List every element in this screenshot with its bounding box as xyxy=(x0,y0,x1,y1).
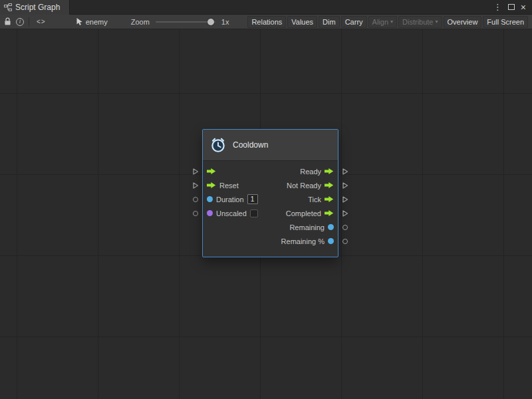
toolbar-buttons: RelationsValuesDimCarryAlign▾Distribute▾… xyxy=(247,16,528,28)
unscaled-checkbox[interactable] xyxy=(250,209,258,217)
value-port-socket[interactable] xyxy=(192,206,200,220)
flow-port-icon[interactable] xyxy=(325,209,334,217)
pointer-label: enemy xyxy=(86,18,108,26)
window-controls: ⋮ × xyxy=(493,3,532,12)
flow-port-socket[interactable] xyxy=(341,192,349,206)
output-port-label: Remaining xyxy=(289,223,325,231)
pointer-icon xyxy=(76,17,83,26)
node-title: Cooldown xyxy=(233,140,268,150)
input-port-label: Duration xyxy=(216,196,244,203)
graph-canvas[interactable]: Cooldown ReadyResetNot ReadyDuration1Tic… xyxy=(0,29,532,399)
close-icon[interactable]: × xyxy=(521,3,526,12)
toolbar-button-carry[interactable]: Carry xyxy=(341,16,367,28)
output-port-label: Tick xyxy=(308,196,321,203)
zoom-slider[interactable] xyxy=(156,18,215,26)
chevron-down-icon: ▾ xyxy=(390,19,393,25)
value-port-socket[interactable] xyxy=(341,234,349,248)
value-port-icon[interactable] xyxy=(328,238,334,244)
toolbar-separator xyxy=(29,17,29,27)
flow-port-socket[interactable] xyxy=(341,206,349,220)
node-row: Remaining xyxy=(203,220,338,234)
toolbar-button-label: Relations xyxy=(251,18,282,26)
flow-port-socket[interactable] xyxy=(341,178,349,192)
zoom-value: 1x xyxy=(221,18,229,26)
chevron-down-icon: ▾ xyxy=(436,19,438,25)
toolbar-button-dim[interactable]: Dim xyxy=(319,16,340,28)
flow-port-icon[interactable] xyxy=(325,182,334,189)
value-port-icon[interactable] xyxy=(328,224,334,230)
zoom-slider-track xyxy=(156,21,215,23)
duration-field[interactable]: 1 xyxy=(247,194,258,204)
tab-script-graph[interactable]: Script Graph xyxy=(0,0,70,15)
toolbar-button-relations[interactable]: Relations xyxy=(247,16,286,28)
toolbar-button-label: Align xyxy=(372,18,388,26)
flow-port-socket[interactable] xyxy=(341,164,349,178)
maximize-icon[interactable] xyxy=(508,4,515,10)
code-icon[interactable]: <> xyxy=(37,18,46,25)
node-rows: ReadyResetNot ReadyDuration1TickUnscaled… xyxy=(203,161,338,257)
flow-port-icon[interactable] xyxy=(325,196,334,203)
node-row: Duration1Tick xyxy=(203,192,338,206)
left-markers xyxy=(192,164,200,220)
value-port-icon[interactable] xyxy=(207,196,213,202)
input-port-label: Reset xyxy=(219,182,239,190)
node-row: ResetNot Ready xyxy=(203,178,338,192)
output-port-label: Not Ready xyxy=(287,182,321,190)
flow-port-icon[interactable] xyxy=(325,168,334,175)
zoom-slider-handle[interactable] xyxy=(207,19,214,25)
flow-port-socket[interactable] xyxy=(192,164,200,178)
toolbar-button-values[interactable]: Values xyxy=(287,16,317,28)
toolbar-button-label: Overview xyxy=(448,18,478,26)
value-port-socket[interactable] xyxy=(192,192,200,206)
cooldown-clock-icon xyxy=(209,136,227,154)
node-wrap: Cooldown ReadyResetNot ReadyDuration1Tic… xyxy=(192,129,349,257)
toolbar-button-distribute: Distribute▾ xyxy=(398,16,442,28)
toolbar-button-align: Align▾ xyxy=(368,16,397,28)
node-header[interactable]: Cooldown xyxy=(203,130,338,161)
output-port-label: Remaining % xyxy=(281,237,325,245)
output-port-label: Ready xyxy=(300,168,321,176)
graph-pointer[interactable]: enemy xyxy=(76,17,108,26)
toolbar-button-label: Distribute xyxy=(402,18,433,26)
tab-title: Script Graph xyxy=(15,3,60,12)
toolbar-button-label: Values xyxy=(291,18,313,26)
right-markers xyxy=(341,164,349,248)
cooldown-node[interactable]: Cooldown ReadyResetNot ReadyDuration1Tic… xyxy=(202,129,338,257)
flow-port-icon[interactable] xyxy=(207,168,216,175)
toolbar-button-label: Full Screen xyxy=(487,18,524,26)
info-icon[interactable]: i xyxy=(16,18,24,26)
value-port-socket[interactable] xyxy=(341,220,349,234)
graph-toolbar: i <> enemy Zoom 1x RelationsValuesDimCar… xyxy=(0,15,532,29)
node-row: Remaining % xyxy=(203,234,338,248)
value-port-icon[interactable] xyxy=(207,210,213,216)
flow-port-icon[interactable] xyxy=(207,182,216,189)
title-bar: Script Graph ⋮ × xyxy=(0,0,532,15)
lock-icon[interactable] xyxy=(4,17,11,26)
toolbar-button-label: Carry xyxy=(345,18,363,26)
node-row: Ready xyxy=(203,164,338,178)
script-graph-icon xyxy=(4,3,12,11)
zoom-label: Zoom xyxy=(131,18,150,26)
node-row: UnscaledCompleted xyxy=(203,206,338,220)
input-port-label: Unscaled xyxy=(216,209,247,217)
toolbar-button-overview[interactable]: Overview xyxy=(444,16,482,28)
toolbar-button-full-screen[interactable]: Full Screen xyxy=(483,16,528,28)
flow-port-socket[interactable] xyxy=(192,178,200,192)
window-menu-icon[interactable]: ⋮ xyxy=(493,3,502,11)
output-port-label: Completed xyxy=(286,209,321,217)
toolbar-button-label: Dim xyxy=(323,18,336,26)
